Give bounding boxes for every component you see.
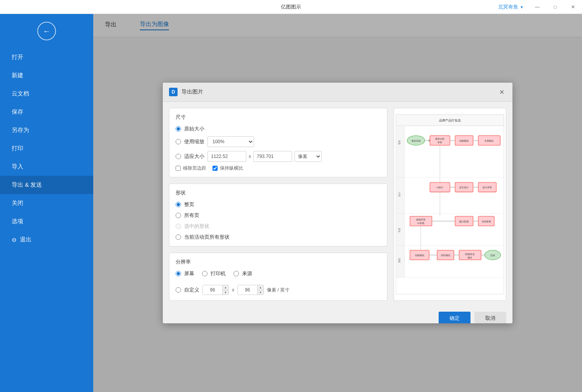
cancel-button[interactable]: 取消: [474, 312, 506, 323]
all-pages-label: 所有页: [184, 212, 199, 219]
sidebar-item-close[interactable]: 关闭: [0, 194, 93, 212]
keep-ratio-item: 保持纵横比: [213, 165, 243, 172]
sidebar-item-label: 打印: [12, 145, 23, 152]
svg-text:测试: 测试: [467, 257, 472, 259]
quit-icon: ⊖: [12, 236, 17, 243]
whole-page-radio[interactable]: [176, 202, 181, 207]
original-size-radio[interactable]: [176, 126, 181, 132]
sidebar-item-cloud[interactable]: 云文档: [0, 85, 93, 103]
svg-text:功能测试: 功能测试: [415, 254, 424, 257]
window-controls: — □ ✕: [528, 0, 582, 14]
svg-text:完成: 完成: [490, 254, 495, 257]
maximize-button[interactable]: □: [546, 0, 564, 14]
sidebar-item-label: 导出 & 发送: [12, 181, 42, 189]
sidebar-item-open[interactable]: 打开: [0, 48, 93, 66]
res-height-down[interactable]: ▼: [257, 290, 263, 295]
custom-res-radio[interactable]: [176, 287, 181, 293]
all-pages-radio[interactable]: [176, 213, 181, 218]
sidebar-item-new[interactable]: 新建: [0, 66, 93, 85]
resolution-section-title: 分辨率: [176, 258, 381, 265]
modal-left-panel: 尺寸 原始大小 使用缩放: [169, 108, 387, 301]
svg-text:UI设计: UI设计: [436, 186, 443, 189]
original-size-row: 原始大小: [176, 125, 381, 132]
fit-size-label: 适应大小: [184, 153, 204, 160]
sidebar-item-print[interactable]: 打印: [0, 139, 93, 158]
svg-text:交互设计: 交互设计: [459, 186, 469, 189]
res-height-arrows: ▲ ▼: [257, 285, 263, 295]
user-area: 北冥有鱼 ▼: [498, 0, 524, 14]
use-zoom-label: 使用缩放: [184, 138, 204, 145]
sidebar-item-quit[interactable]: ⊖ 退出: [0, 231, 93, 249]
remove-margin-label: 移除页边距: [183, 165, 206, 172]
remove-margin-checkbox[interactable]: [176, 166, 181, 171]
sidebar-item-label: 打开: [12, 54, 23, 61]
preview-image: 品牌产品打包流 需求 设计 开发 测试: [394, 108, 506, 300]
chevron-down-icon[interactable]: ▼: [520, 5, 524, 9]
modal-header: D 导出图片 ✕: [163, 83, 512, 102]
minimize-button[interactable]: —: [528, 0, 546, 14]
svg-rect-31: [410, 216, 432, 226]
printer-radio[interactable]: [202, 271, 207, 276]
svg-text:接口联调: 接口联调: [459, 220, 469, 223]
res-width-input[interactable]: [203, 285, 222, 295]
whole-page-label: 整页: [184, 201, 194, 208]
svg-text:性能/安全: 性能/安全: [465, 253, 475, 255]
svg-text:需求: 需求: [398, 140, 401, 145]
sidebar-item-save[interactable]: 保存: [0, 103, 93, 121]
unit-select[interactable]: 像素 厘米 英寸: [294, 151, 322, 162]
screen-row: 屏幕: [176, 270, 194, 277]
resolution-radio-group: 屏幕 打印机 来源: [176, 270, 381, 295]
selected-shape-radio[interactable]: [176, 224, 181, 229]
keep-ratio-checkbox[interactable]: [213, 166, 218, 171]
sidebar-item-label: 导入: [12, 163, 23, 170]
shape-radio-group: 整页 所有页 选中的形状: [176, 201, 381, 241]
selected-shape-row: 选中的形状: [176, 223, 381, 230]
svg-text:文档输出: 文档输出: [484, 139, 494, 142]
confirm-button[interactable]: 确定: [439, 312, 470, 323]
width-input[interactable]: [207, 151, 246, 162]
sidebar-item-import[interactable]: 导入: [0, 158, 93, 176]
res-main-row: 屏幕 打印机 来源: [176, 270, 381, 277]
svg-rect-14: [430, 136, 450, 146]
svg-text:项目启动: 项目启动: [411, 139, 421, 142]
sidebar-back: ←: [0, 14, 93, 44]
res-height-up[interactable]: ▲: [257, 285, 263, 290]
svg-text:UI实现: UI实现: [417, 222, 424, 224]
sidebar-menu: 打开 新建 云文档 保存 另存为 打印 导入 导出 & 发送: [0, 48, 93, 249]
sidebar: ← 打开 新建 云文档 保存 另存为 打印 导入: [0, 14, 93, 392]
all-pages-row: 所有页: [176, 212, 381, 219]
height-input[interactable]: [253, 151, 292, 162]
screen-radio[interactable]: [176, 271, 181, 276]
sidebar-item-label: 退出: [20, 236, 31, 243]
dialog-close-button[interactable]: ✕: [497, 87, 506, 97]
fit-size-radio[interactable]: [176, 154, 181, 159]
res-width-down[interactable]: ▼: [222, 290, 228, 295]
content-area: 导出 导出为图像 D 导出图片 ✕ 尺寸: [93, 14, 582, 392]
active-page-radio[interactable]: [176, 234, 181, 240]
user-name[interactable]: 北冥有鱼: [498, 3, 518, 10]
svg-text:评审: 评审: [437, 141, 442, 144]
res-unit-label: 像素 / 英寸: [267, 287, 289, 293]
res-width-spinner: ▲ ▼: [202, 285, 229, 295]
res-height-input[interactable]: [238, 285, 257, 295]
back-button[interactable]: ←: [37, 22, 56, 40]
zoom-row: 100% 50% 75% 150% 200%: [207, 136, 254, 147]
use-zoom-radio[interactable]: [176, 139, 181, 144]
printer-row: 打印机: [202, 270, 226, 277]
source-radio[interactable]: [233, 271, 239, 276]
fit-size-row: 适应大小 x 像素 厘米 英寸: [176, 151, 381, 162]
preview-panel: 品牌产品打包流 需求 设计 开发 测试: [394, 108, 506, 301]
sidebar-item-options[interactable]: 选项: [0, 212, 93, 231]
close-window-button[interactable]: ✕: [564, 0, 582, 14]
sidebar-item-export[interactable]: 导出 & 发送: [0, 176, 93, 194]
svg-text:回归测试: 回归测试: [441, 254, 450, 257]
sidebar-item-label: 新建: [12, 72, 23, 79]
export-dialog: D 导出图片 ✕ 尺寸: [163, 83, 512, 323]
active-page-label: 当前活动页所有形状: [184, 234, 230, 241]
svg-rect-3: [396, 126, 405, 178]
active-page-row: 当前活动页所有形状: [176, 234, 381, 241]
title-bar: 亿图图示 北冥有鱼 ▼ — □ ✕: [0, 0, 582, 14]
res-width-up[interactable]: ▲: [222, 285, 228, 290]
zoom-select[interactable]: 100% 50% 75% 150% 200%: [207, 136, 254, 147]
sidebar-item-save-as[interactable]: 另存为: [0, 121, 93, 139]
